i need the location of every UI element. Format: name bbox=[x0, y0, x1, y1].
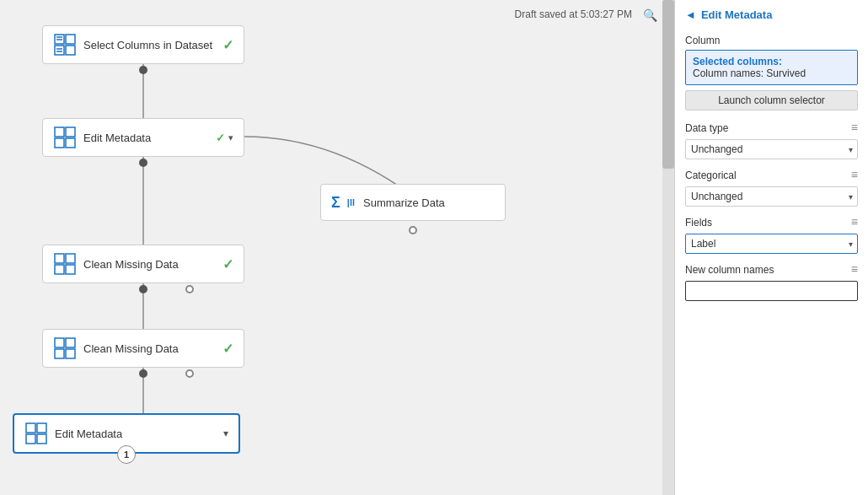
svg-rect-6 bbox=[55, 46, 64, 55]
drag-handle-icon: ≡ bbox=[851, 215, 858, 229]
svg-rect-23 bbox=[66, 349, 75, 358]
module-icon bbox=[53, 33, 77, 56]
svg-rect-7 bbox=[66, 46, 75, 55]
node-summarize-data[interactable]: Σ |ll Summarize Data bbox=[320, 184, 506, 221]
svg-rect-18 bbox=[55, 265, 64, 274]
svg-rect-16 bbox=[55, 254, 64, 263]
new-column-names-input[interactable] bbox=[685, 281, 858, 301]
draft-status: Draft saved at 5:03:27 PM bbox=[515, 8, 632, 20]
svg-rect-20 bbox=[55, 338, 64, 347]
new-column-names-row: New column names ≡ bbox=[685, 259, 858, 279]
selected-columns-value: Column names: Survived bbox=[693, 67, 806, 79]
svg-rect-24 bbox=[26, 423, 35, 433]
sigma-icon: Σ bbox=[331, 194, 340, 212]
drag-handle-icon: ≡ bbox=[851, 262, 858, 276]
node-clean-missing-2[interactable]: Clean Missing Data ✓ bbox=[42, 329, 244, 368]
node-status: ✓ ▾ bbox=[216, 132, 233, 144]
svg-rect-17 bbox=[66, 254, 75, 263]
connector-dot bbox=[139, 66, 147, 74]
node-edit-metadata-1[interactable]: Edit Metadata ✓ ▾ bbox=[42, 118, 244, 157]
search-icon[interactable]: 🔍 bbox=[643, 8, 657, 22]
drag-handle-icon: ≡ bbox=[851, 168, 858, 181]
data-type-select[interactable]: Unchanged String Integer Double Boolean … bbox=[685, 139, 858, 159]
node-label: Summarize Data bbox=[363, 196, 495, 209]
module-icon bbox=[53, 126, 77, 149]
node-label: Select Columns in Dataset bbox=[83, 39, 216, 51]
node-select-columns[interactable]: Select Columns in Dataset ✓ bbox=[42, 25, 244, 64]
categorical-dropdown-wrapper: Unchanged Make categorical Make non-cate… bbox=[685, 186, 858, 207]
node-label: Clean Missing Data bbox=[83, 258, 216, 271]
connector-circle bbox=[185, 369, 194, 378]
svg-rect-5 bbox=[66, 35, 75, 44]
node-clean-missing-1[interactable]: Clean Missing Data ✓ bbox=[42, 245, 244, 283]
svg-rect-19 bbox=[66, 265, 75, 274]
fields-dropdown-wrapper: Label Feature Weight None ▾ bbox=[685, 234, 858, 254]
connector-dot bbox=[139, 159, 147, 167]
node-badge: 1 bbox=[117, 445, 136, 464]
drag-handle-icon: ≡ bbox=[851, 121, 858, 134]
panel-title: ◄ Edit Metadata bbox=[685, 8, 858, 21]
node-status-check: ✓ bbox=[222, 341, 233, 357]
connector-dot bbox=[139, 369, 147, 378]
node-label: Edit Metadata bbox=[83, 132, 209, 144]
categorical-label: Categorical bbox=[685, 169, 737, 181]
data-type-row: Data type ≡ bbox=[685, 117, 858, 137]
launch-column-selector-button[interactable]: Launch column selector bbox=[685, 90, 858, 110]
node-status-check: ✓ bbox=[222, 37, 233, 53]
right-panel: ◄ Edit Metadata Column Selected columns:… bbox=[674, 0, 868, 495]
categorical-row: Categorical ≡ bbox=[685, 164, 858, 185]
module-icon bbox=[24, 422, 48, 445]
fields-label: Fields bbox=[685, 217, 712, 229]
fields-select[interactable]: Label Feature Weight None bbox=[685, 234, 858, 254]
categorical-select[interactable]: Unchanged Make categorical Make non-cate… bbox=[685, 186, 858, 207]
scrollbar-thumb[interactable] bbox=[662, 0, 674, 169]
node-status-check: ✓ bbox=[222, 256, 233, 272]
data-type-dropdown-wrapper: Unchanged String Integer Double Boolean … bbox=[685, 139, 858, 159]
node-label: Clean Missing Data bbox=[83, 342, 216, 355]
new-column-names-label: New column names bbox=[685, 264, 774, 276]
svg-rect-26 bbox=[26, 434, 35, 444]
module-icon bbox=[53, 252, 77, 276]
connector-dot bbox=[139, 285, 147, 293]
svg-rect-12 bbox=[55, 127, 64, 137]
canvas-scrollbar[interactable] bbox=[662, 0, 674, 495]
svg-rect-14 bbox=[55, 138, 64, 148]
connector-circle bbox=[185, 285, 194, 293]
svg-rect-21 bbox=[66, 338, 75, 347]
data-type-label: Data type bbox=[685, 122, 728, 134]
connector-circle bbox=[409, 226, 417, 234]
selected-columns-box: Selected columns: Column names: Survived bbox=[685, 50, 858, 85]
fields-row: Fields ≡ bbox=[685, 212, 858, 232]
selected-columns-title: Selected columns: bbox=[693, 56, 782, 67]
bars-icon: |ll bbox=[347, 197, 355, 207]
svg-rect-15 bbox=[66, 138, 75, 148]
pipeline-canvas: Draft saved at 5:03:27 PM 🔍 Se bbox=[0, 0, 674, 495]
node-edit-metadata-2[interactable]: Edit Metadata ▾ 1 bbox=[13, 413, 240, 454]
node-label: Edit Metadata bbox=[55, 428, 217, 440]
panel-title-text: Edit Metadata bbox=[701, 8, 773, 21]
node-caret: ▾ bbox=[223, 428, 228, 439]
svg-rect-27 bbox=[37, 434, 46, 444]
svg-rect-13 bbox=[66, 127, 75, 137]
svg-rect-22 bbox=[55, 349, 64, 358]
svg-rect-25 bbox=[37, 423, 46, 433]
column-label: Column bbox=[685, 35, 858, 46]
panel-collapse-icon[interactable]: ◄ bbox=[685, 8, 696, 21]
module-icon bbox=[53, 336, 77, 360]
